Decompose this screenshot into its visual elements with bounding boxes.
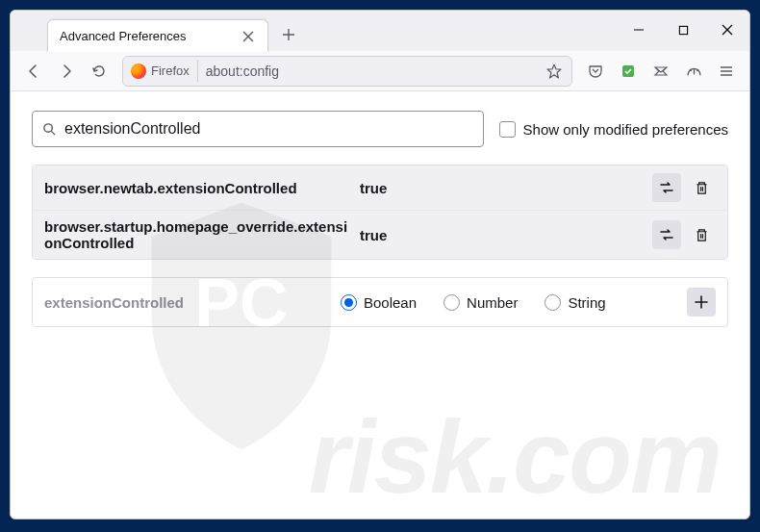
radio-unchecked-icon bbox=[545, 294, 561, 311]
new-pref-row: extensionControlled Boolean Number Strin… bbox=[32, 277, 728, 327]
type-radio-group: Boolean Number String bbox=[341, 294, 679, 311]
about-config-content: Show only modified preferences browser.n… bbox=[11, 91, 749, 519]
pref-name: browser.startup.homepage_override.extens… bbox=[44, 218, 352, 251]
bookmark-star-icon[interactable] bbox=[541, 58, 568, 85]
identity-box[interactable]: Firefox bbox=[127, 61, 198, 82]
preference-list: browser.newtab.extensionControlled true … bbox=[32, 165, 728, 260]
window-controls bbox=[617, 11, 749, 49]
toggle-icon bbox=[659, 227, 674, 242]
toggle-button[interactable] bbox=[652, 173, 681, 202]
maximize-button[interactable] bbox=[661, 11, 705, 49]
radio-label: Boolean bbox=[364, 294, 417, 311]
tab-bar: Advanced Preferences bbox=[11, 11, 749, 51]
minimize-button[interactable] bbox=[617, 11, 661, 49]
url-bar[interactable]: Firefox about:config bbox=[122, 56, 572, 87]
plus-icon bbox=[695, 295, 708, 309]
reload-button[interactable] bbox=[84, 56, 114, 87]
search-icon bbox=[42, 122, 57, 137]
trash-icon bbox=[695, 228, 709, 242]
forward-button[interactable] bbox=[51, 56, 82, 87]
search-row: Show only modified preferences bbox=[32, 111, 728, 147]
close-icon[interactable] bbox=[241, 29, 256, 44]
close-button[interactable] bbox=[705, 11, 749, 49]
pref-row[interactable]: browser.startup.homepage_override.extens… bbox=[33, 211, 727, 259]
radio-label: Number bbox=[467, 294, 518, 311]
account-icon[interactable] bbox=[646, 57, 676, 86]
radio-label: String bbox=[568, 294, 605, 311]
toggle-button[interactable] bbox=[652, 220, 681, 249]
back-button[interactable] bbox=[18, 56, 49, 87]
radio-checked-icon bbox=[341, 294, 357, 311]
browser-window: Advanced Preferences bbox=[10, 10, 750, 519]
watermark-text: risk.com bbox=[309, 396, 721, 517]
profiler-icon[interactable] bbox=[678, 57, 709, 86]
search-input[interactable] bbox=[57, 120, 473, 138]
show-only-modified[interactable]: Show only modified preferences bbox=[499, 121, 728, 138]
new-pref-name: extensionControlled bbox=[44, 294, 333, 311]
identity-label: Firefox bbox=[151, 63, 190, 78]
pref-value: true bbox=[360, 227, 645, 243]
url-text[interactable]: about:config bbox=[198, 63, 541, 79]
pocket-icon[interactable] bbox=[580, 57, 611, 86]
toolbar-actions bbox=[580, 57, 742, 86]
pref-name: browser.newtab.extensionControlled bbox=[44, 180, 352, 196]
firefox-icon bbox=[131, 63, 146, 79]
show-only-modified-label: Show only modified preferences bbox=[523, 121, 728, 138]
radio-unchecked-icon bbox=[443, 294, 460, 311]
trash-icon bbox=[695, 181, 709, 195]
navigation-toolbar: Firefox about:config bbox=[11, 51, 749, 91]
checkbox-unchecked[interactable] bbox=[499, 121, 516, 138]
add-button[interactable] bbox=[687, 288, 716, 317]
svg-point-2 bbox=[44, 123, 52, 131]
delete-button[interactable] bbox=[687, 220, 716, 249]
extension-icon[interactable] bbox=[613, 57, 644, 86]
toggle-icon bbox=[659, 180, 674, 195]
pref-row[interactable]: browser.newtab.extensionControlled true bbox=[33, 165, 727, 211]
radio-boolean[interactable]: Boolean bbox=[341, 294, 417, 311]
svg-rect-0 bbox=[679, 26, 687, 34]
new-tab-button[interactable] bbox=[274, 20, 303, 49]
pref-value: true bbox=[360, 180, 645, 196]
delete-button[interactable] bbox=[687, 173, 716, 202]
tab-title: Advanced Preferences bbox=[60, 29, 187, 43]
tab-active[interactable]: Advanced Preferences bbox=[47, 19, 268, 52]
search-box[interactable] bbox=[32, 111, 484, 147]
menu-icon[interactable] bbox=[711, 57, 742, 86]
radio-string[interactable]: String bbox=[545, 294, 605, 311]
radio-number[interactable]: Number bbox=[443, 294, 518, 311]
